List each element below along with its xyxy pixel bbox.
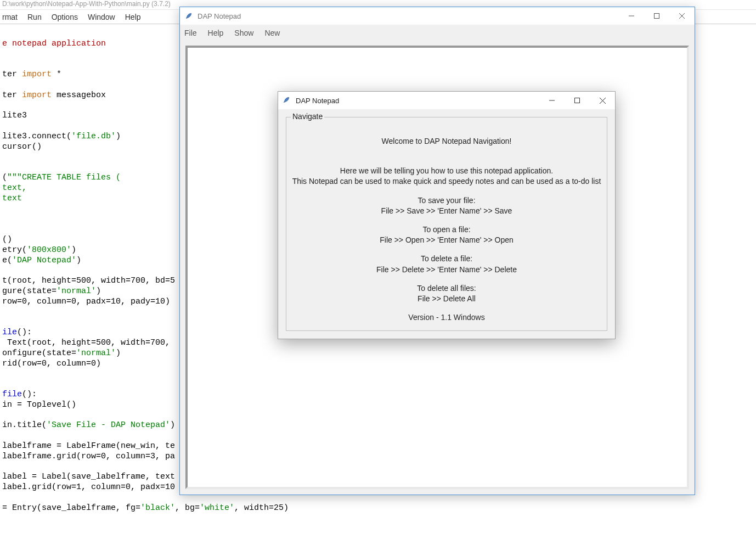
code-line: label.grid(row=1, column=0, padx=10	[2, 482, 175, 492]
maximize-button[interactable]	[644, 7, 669, 25]
code-line: e(	[2, 256, 12, 265]
code-line: in.title(	[2, 420, 47, 430]
ide-menu-help[interactable]: Help	[125, 13, 141, 21]
nav-open-text: File >> Open >> 'Enter Name' >> Open	[291, 235, 602, 245]
nav-deleteall-text: File >> Delete All	[291, 294, 602, 304]
code-line: label = Label(save_labelframe, text	[2, 472, 175, 481]
code-line: *	[52, 70, 61, 79]
code-line: cursor()	[2, 142, 42, 151]
code-string: text,	[2, 183, 27, 193]
code-line: labelframe = LabelFrame(new_win, te	[2, 441, 175, 451]
code-line: (	[2, 173, 7, 182]
dap-menubar: File Help Show New	[180, 25, 695, 40]
labelframe-legend: Navigate	[291, 112, 324, 121]
code-string: 'black'	[140, 503, 175, 513]
maximize-button[interactable]	[565, 92, 590, 109]
code-line: )	[116, 349, 121, 358]
code-def: ile	[2, 328, 17, 337]
minimize-button[interactable]	[539, 92, 565, 109]
code-string: 'white'	[200, 503, 234, 513]
menu-new[interactable]: New	[264, 29, 280, 37]
minimize-button[interactable]	[619, 7, 644, 25]
menu-file[interactable]: File	[184, 29, 197, 37]
window-controls	[539, 92, 615, 109]
code-line: )	[116, 132, 121, 141]
code-line: )	[170, 420, 175, 430]
code-line: )	[96, 287, 101, 296]
navigate-dialog: DAP Notepad Navigate Welcome to DAP Note…	[278, 91, 616, 339]
code-line: lite3	[2, 111, 27, 120]
close-button[interactable]	[590, 92, 615, 109]
code-line: ()	[2, 235, 12, 244]
code-line: gure(state=	[2, 287, 57, 296]
svg-rect-5	[575, 98, 580, 103]
window-controls	[619, 7, 695, 25]
code-line: ():	[17, 328, 32, 337]
code-string: 'DAP Notepad'	[12, 256, 76, 265]
code-line: Text(root, height=500, width=700,	[2, 338, 170, 347]
code-line: ():	[22, 390, 37, 399]
code-line: )	[71, 245, 76, 255]
code-line: = Entry(save_labelframe, fg=	[2, 503, 140, 513]
code-line: rid(row=0, column=0)	[2, 359, 101, 368]
nav-delete-heading: To delete a file:	[291, 254, 602, 263]
ide-menu-format[interactable]: rmat	[2, 13, 18, 21]
nav-version: Version - 1.1 Windows	[291, 312, 602, 322]
dap-title: DAP Notepad	[198, 12, 619, 20]
code-line: messagebox	[52, 91, 106, 100]
nav-save-heading: To save your file:	[291, 195, 602, 205]
dap-titlebar[interactable]: DAP Notepad	[180, 7, 695, 25]
code-string: 'file.db'	[71, 132, 116, 141]
code-line: onfigure(state=	[2, 349, 76, 358]
menu-help[interactable]: Help	[208, 29, 224, 37]
nav-welcome: Welcome to DAP Notepad Navigation!	[291, 136, 602, 146]
svg-rect-1	[655, 14, 659, 19]
code-line: lite3.connect(	[2, 132, 71, 141]
close-button[interactable]	[669, 7, 695, 25]
ide-menu-window[interactable]: Window	[88, 13, 115, 21]
feather-icon	[184, 12, 193, 20]
navigate-labelframe: Navigate Welcome to DAP Notepad Navigati…	[286, 117, 607, 331]
feather-icon	[283, 96, 291, 105]
code-string: """CREATE TABLE files (	[7, 173, 121, 182]
code-line: )	[76, 256, 81, 265]
nav-intro-1: Here we will be telling you how to use t…	[291, 166, 602, 176]
nav-title: DAP Notepad	[296, 97, 539, 105]
nav-open-heading: To open a file:	[291, 224, 602, 234]
code-string: 'normal'	[57, 287, 96, 296]
nav-save-text: File >> Save >> 'Enter Name' >> Save	[291, 206, 602, 216]
code-string: '800x800'	[27, 245, 71, 255]
code-line: , bg=	[175, 503, 200, 513]
code-line: row=0, column=0, padx=10, pady=10)	[2, 297, 170, 306]
code-line: , width=25)	[234, 503, 289, 513]
code-line: ter	[2, 70, 22, 79]
nav-content: Welcome to DAP Notepad Navigation! Here …	[291, 136, 602, 322]
nav-delete-text: File >> Delete >> 'Enter Name' >> Delete	[291, 265, 602, 274]
code-def: file	[2, 390, 22, 399]
nav-intro-2: This Notepad can be used to make quick a…	[291, 176, 602, 186]
code-line: in = Toplevel()	[2, 400, 76, 409]
nav-deleteall-heading: To delete all files:	[291, 283, 602, 293]
code-line: ter	[2, 91, 22, 100]
code-string: 'Save File - DAP Notepad'	[47, 420, 170, 430]
code-line: e notepad application	[2, 39, 106, 48]
code-string: 'normal'	[76, 349, 116, 358]
ide-menu-run[interactable]: Run	[27, 13, 42, 21]
code-line: labelframe.grid(row=0, column=3, pa	[2, 452, 175, 461]
nav-body: Navigate Welcome to DAP Notepad Navigati…	[278, 109, 615, 339]
code-line: etry(	[2, 245, 27, 255]
code-keyword: import	[22, 91, 52, 100]
ide-menu-options[interactable]: Options	[52, 13, 78, 21]
code-keyword: import	[22, 70, 52, 79]
menu-show[interactable]: Show	[234, 29, 253, 37]
code-line: t(root, height=500, width=700, bd=5	[2, 276, 175, 285]
nav-titlebar[interactable]: DAP Notepad	[278, 92, 615, 109]
code-string: text	[2, 194, 22, 203]
